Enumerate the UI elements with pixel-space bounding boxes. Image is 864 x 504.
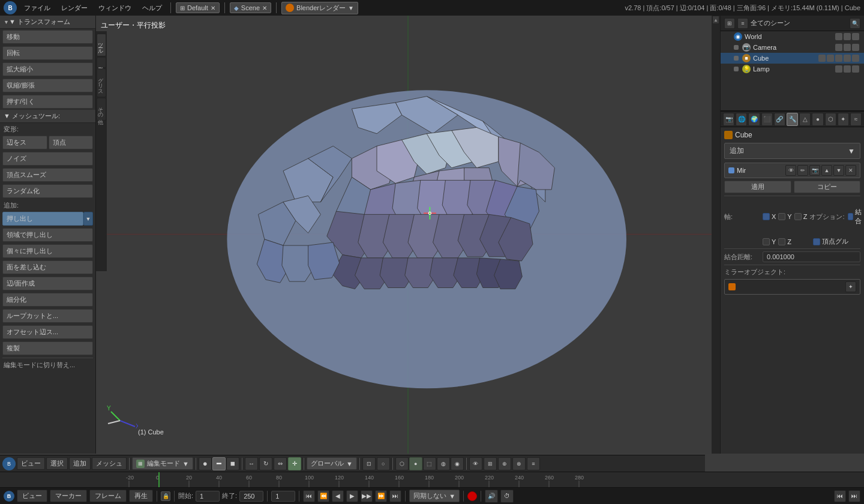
z-check[interactable] [794,213,802,220]
transform-tab[interactable]: 変形 [97,57,106,68]
outliner-lamp[interactable]: 💡 Lamp [721,64,864,74]
status-marker-btn[interactable]: マーカー [50,490,87,502]
vis-render4[interactable] [852,65,859,73]
vertex-btn[interactable]: 頂点 [49,136,94,149]
record-btn[interactable] [467,491,477,501]
prop-icon-object[interactable]: ⬛ [761,113,773,126]
layout-dropdown[interactable]: ⊞ Default ✕ [176,2,220,13]
more1-btn[interactable]: ⊕ [498,457,511,470]
menu-help[interactable]: ヘルプ [139,2,166,14]
prop-icon-data[interactable]: △ [799,113,811,126]
merge-check[interactable] [848,213,853,220]
mirror-object-field[interactable]: ✦ [724,279,860,295]
z2-check[interactable] [778,238,785,245]
rotate-btn[interactable]: 回転 [2,46,93,60]
select-btn[interactable]: 選択 [46,457,68,470]
frame-field[interactable]: 1 [271,491,295,502]
face-select-btn[interactable]: ■ [226,457,239,470]
scale-tool[interactable]: ⇔ [274,457,287,470]
vis-cursor3[interactable] [827,55,834,62]
shrink-btn[interactable]: 収縮/膨張 [2,79,93,92]
status-play-btn[interactable]: 再生 [129,490,153,502]
scale-btn[interactable]: 拡大縮小 [2,62,93,76]
right-next-btn[interactable]: ⏭ [848,490,860,502]
duplicate-btn[interactable]: 複製 [2,341,93,355]
inset-btn[interactable]: 面を差し込む [2,260,93,274]
menu-render[interactable]: レンダー [58,2,91,14]
outliner-icon1[interactable]: ⊞ [724,18,735,29]
outliner-search[interactable]: 🔍 [850,18,860,29]
region-extrude-btn[interactable]: 領域で押し出し [2,228,93,242]
smooth-btn[interactable]: 頂点スムーズ [2,168,93,182]
offset-btn[interactable]: オフセット辺ス... [2,325,93,339]
mirror-render[interactable]: 📷 [809,165,820,176]
proportional-btn[interactable]: ○ [377,457,390,470]
vis-cursor4[interactable] [844,65,851,73]
individual-extrude-btn[interactable]: 個々に押し出し [2,244,93,258]
viewport-canvas[interactable] [96,16,720,454]
start-field[interactable]: 1 [196,491,220,502]
vis-render2[interactable] [852,44,859,51]
sync-dropdown[interactable]: 同期しない ▼ [409,490,460,502]
audio-btn[interactable]: 🔊 [485,490,498,503]
grease-tab[interactable]: グリス [97,68,106,97]
vis-cursor[interactable] [844,33,851,40]
texture-btn[interactable]: ⬚ [423,457,436,470]
rendered-btn[interactable]: ◉ [451,457,464,470]
rotate-tool[interactable]: ↻ [259,457,272,470]
solid-btn[interactable]: ● [409,457,422,470]
material-btn[interactable]: ◍ [437,457,450,470]
mirror-down[interactable]: ▼ [833,165,844,176]
merge-dist-field[interactable]: 0.001000 [763,251,860,262]
vg-check[interactable] [813,238,820,245]
transform-tool[interactable]: ✛ [288,457,301,470]
prev-btn[interactable]: ◀ [332,490,344,502]
prop-icon-physics[interactable]: ≈ [850,113,862,126]
vis-cursor2[interactable] [844,44,851,51]
edge-btn[interactable]: 辺をス [2,136,47,149]
push-btn[interactable]: 押す/引く [2,95,93,109]
vertex-select-btn[interactable]: ● [199,457,212,470]
next-frame-btn[interactable]: ⏩ [375,490,387,502]
next-btn[interactable]: ▶▶ [361,490,373,502]
view-btn[interactable]: ビュー [17,457,45,470]
toolbar-icon[interactable]: B [2,457,16,470]
random-btn[interactable]: ランダム化 [2,184,93,198]
snap-btn[interactable]: ⊡ [362,457,376,470]
picker-icon[interactable]: ✦ [845,281,856,292]
show-hide-btn[interactable]: 👁 [469,457,482,470]
status-icon[interactable]: B [4,491,14,502]
grid-btn[interactable]: ⊞ [484,457,497,470]
loop-cut-btn[interactable]: ループカットと... [2,309,93,323]
edge-face-btn[interactable]: 辺/面作成 [2,277,93,290]
vis-eye2[interactable] [835,44,842,51]
vis-render3[interactable] [835,55,842,62]
vis-extra2[interactable] [852,55,859,62]
scene-dropdown[interactable]: ◆ Scene ✕ [230,2,271,13]
add-btn[interactable]: 追加 [69,457,91,470]
end-field[interactable]: 250 [239,491,263,502]
jump-start-btn[interactable]: ⏮ [303,490,315,502]
more2-btn[interactable]: ⊗ [512,457,526,470]
blender-icon[interactable]: B [4,1,17,14]
noise-btn[interactable]: ノイズ [2,152,93,166]
renderer-dropdown[interactable]: Blenderレンダー ▼ [281,2,358,14]
extrude-btn[interactable]: 押し出し [2,212,83,226]
prop-icon-constraints[interactable]: 🔗 [774,113,785,126]
copy-btn[interactable]: コピー [794,181,861,193]
play-fwd-btn[interactable]: ▶ [346,490,358,502]
timeline-btn[interactable]: ⏱ [500,490,514,503]
mirror-close[interactable]: ✕ [845,165,856,176]
vis-extra1[interactable] [844,55,851,62]
timeline-svg[interactable]: -20 0 20 40 60 80 100 120 140 160 180 20… [0,472,864,488]
outliner-icon2[interactable]: ≡ [737,18,748,29]
jump-end-btn[interactable]: ⏭ [389,490,401,502]
move-tool[interactable]: ↔ [245,457,258,470]
outliner-camera[interactable]: 📷 Camera [721,42,864,53]
mirror-up[interactable]: ▲ [821,165,832,176]
prop-icon-world[interactable]: 🌍 [748,113,760,126]
apply-btn[interactable]: 適用 [724,181,791,193]
subdivide-btn[interactable]: 細分化 [2,293,93,307]
extrude-arrow[interactable]: ▼ [83,212,93,226]
vis-eye[interactable] [835,33,842,40]
